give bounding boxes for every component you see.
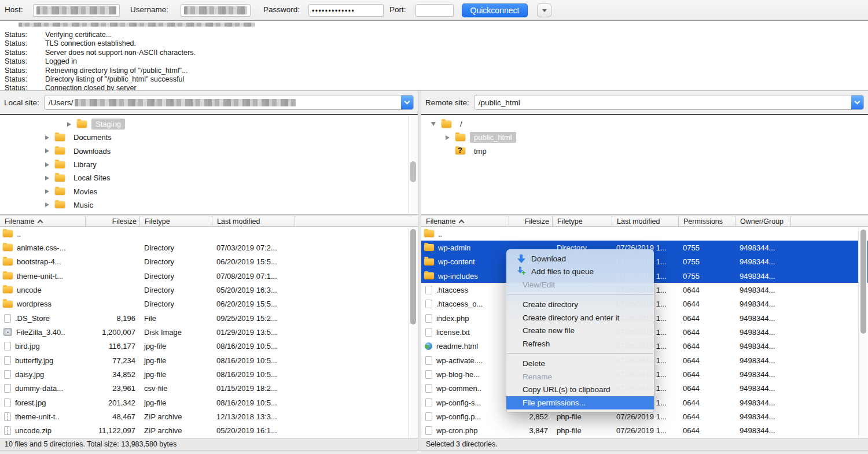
expand-arrow-icon[interactable] [43,189,51,194]
tree-item-local-sites[interactable]: Local Sites [0,171,418,184]
local-site-dropdown-button[interactable] [401,95,413,109]
column-header-type[interactable]: Filetype [140,216,212,226]
menu-item-label: Create directory [523,300,578,309]
file-row-dummy-data[interactable]: dummy-data...23,961csv-file01/15/2019 18… [0,382,418,396]
column-header-size[interactable]: Filesize [509,216,553,226]
tree-item-music[interactable]: Music [0,198,418,212]
menu-item-delete[interactable]: Delete [506,357,654,371]
column-header-owner[interactable]: Owner/Group [735,216,791,226]
expand-arrow-icon[interactable] [65,122,73,127]
file-row-wordpress[interactable]: wordpressDirectory06/20/2019 15:5... [0,297,418,311]
perms-text: 0644 [683,426,700,435]
chevron-down-icon [404,98,410,104]
menu-item-refresh[interactable]: Refresh [506,337,654,350]
file-row-bird-jpg[interactable]: bird.jpg116,177jpg-file08/16/2019 10:5..… [0,339,418,353]
file-icon [425,328,432,337]
file-row-bootstrap-4[interactable]: bootstrap-4...Directory06/20/2019 15:5..… [0,255,418,269]
file-row-item[interactable]: .. [421,227,868,241]
folder-icon [55,161,65,168]
column-header-modified[interactable]: Last modified [212,216,295,226]
scrollbar-thumb[interactable] [410,229,416,324]
file-row-theme-unit-t[interactable]: theme-unit-t..48,467ZIP archive12/13/201… [0,409,418,423]
sort-ascending-icon [459,220,465,226]
expand-arrow-icon[interactable] [43,135,51,140]
column-header-perms[interactable]: Permissions [679,216,735,226]
column-header-name[interactable]: Filename [421,216,509,226]
cell-name: .htaccess_o... [421,297,509,311]
expand-arrow-icon[interactable] [443,135,451,140]
column-header-type[interactable]: Filetype [553,216,612,226]
filename-text: butterfly.jpg [15,356,53,365]
expand-arrow-icon[interactable] [43,176,51,180]
file-row-item[interactable]: .. [0,227,418,241]
tree-item-tmp[interactable]: tmp [421,145,868,158]
cell-name: theme-unit-t.. [0,409,86,423]
file-row-daisy-jpg[interactable]: daisy.jpg34,852jpg-file08/16/2019 10:5..… [0,367,418,381]
tree-item-movies[interactable]: Movies [0,184,418,198]
menu-item-file-permissions[interactable]: File permissions... [506,396,654,409]
file-row-uncode[interactable]: uncodeDirectory05/20/2019 16:3... [0,283,418,297]
local-tree-scrollbar[interactable] [408,115,418,214]
local-list-scrollbar[interactable] [408,228,417,438]
file-row-ds-store[interactable]: .DS_Store8,196File09/25/2019 15:2... [0,311,418,325]
menu-item-create-directory[interactable]: Create directory [506,298,654,312]
remote-site-dropdown-button[interactable] [851,95,863,109]
local-site-combobox[interactable]: /Users/ [44,95,414,110]
tree-item-downloads[interactable]: Downloads [0,145,418,158]
expand-arrow-icon[interactable] [43,163,51,167]
cell-owner: 9498344... [735,283,791,297]
local-directory-tree: StagingDocumentsDownloadsLibraryLocal Si… [0,114,418,215]
tree-item-library[interactable]: Library [0,158,418,171]
folder-icon [3,259,13,265]
menu-item-create-new-file[interactable]: Create new file [506,324,654,338]
column-header-size[interactable]: Filesize [86,216,140,226]
column-header-modified[interactable]: Last modified [612,216,679,226]
file-row-wp-cron-php[interactable]: wp-cron.php3,847php-file07/26/2019 1...0… [421,424,868,438]
menu-item-create-directory-and-enter-it[interactable]: Create directory and enter it [506,311,654,324]
quickconnect-button[interactable]: Quickconnect [462,3,528,17]
column-header-name[interactable]: Filename [0,216,86,226]
tree-item-staging[interactable]: Staging [0,117,418,131]
remote-site-label: Remote site: [425,98,469,107]
scrollbar-thumb[interactable] [410,161,416,182]
file-row-butterfly-jpg[interactable]: butterfly.jpg77,234jpg-file08/16/2019 10… [0,353,418,367]
cell-name: FileZilla_3.40.. [0,325,86,339]
tree-item-public-html[interactable]: public_html [421,131,868,144]
perms-text: 0644 [683,300,700,308]
menu-item-download[interactable]: Download [506,252,654,265]
port-input[interactable] [415,4,454,17]
menu-item-add-files-to-queue[interactable]: Add files to queue [506,265,654,279]
perms-text: 0644 [683,342,700,350]
tree-item-item[interactable]: / [421,117,868,131]
filename-text: index.php [436,314,469,323]
log-entry: Status:Retrieving directory listing of "… [5,66,868,75]
username-input[interactable] [181,4,251,17]
file-row-forest-jpg[interactable]: forest.jpg201,342jpg-file08/16/2019 10:5… [0,396,418,409]
file-row-animate-css[interactable]: animate.css-...Directory07/03/2019 07:2.… [0,241,418,254]
collapse-arrow-icon[interactable] [429,122,437,126]
type-text: csv-file [144,384,167,393]
menu-item-copy-url-s-to-clipboard[interactable]: Copy URL(s) to clipboard [506,383,654,397]
scrollbar-thumb[interactable] [860,230,866,334]
tree-item-documents[interactable]: Documents [0,131,418,144]
file-row-filezilla-3-40[interactable]: FileZilla_3.40..1,200,007Disk Image01/29… [0,325,418,339]
file-row-uncode-zip[interactable]: uncode.zip11,122,097ZIP archive05/20/201… [0,424,418,438]
file-row-theme-unit-t[interactable]: theme-unit-t...Directory07/08/2019 07:1.… [0,269,418,283]
expand-arrow-icon[interactable] [43,149,51,153]
filename-text: FileZilla_3.40.. [16,328,65,337]
quickconnect-dropdown-button[interactable] [537,3,551,17]
panel-splitter[interactable] [418,91,421,450]
remote-list-scrollbar[interactable] [858,228,867,438]
password-input[interactable]: ••••••••••••• [308,4,384,17]
local-status-text: 10 files and 5 directories. Total size: … [5,440,176,448]
remote-site-combobox[interactable]: /public_html [474,95,864,110]
expand-arrow-icon[interactable] [43,202,51,207]
owner-text: 9498344... [740,314,775,323]
cell-name: .DS_Store [0,311,86,325]
perms-text: 0644 [683,356,700,365]
cell-perms: 0644 [679,424,735,438]
menu-separator [507,353,653,354]
filename-text: wp-config-s... [436,398,481,407]
host-input[interactable] [33,4,120,17]
tree-item-label: tmp [470,146,491,157]
